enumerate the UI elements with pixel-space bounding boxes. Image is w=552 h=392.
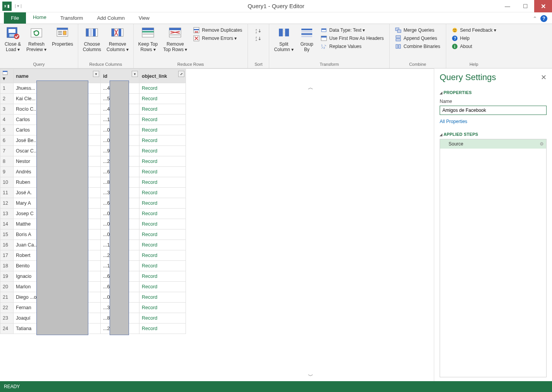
table-row[interactable]: 8Nestor...220Record xyxy=(0,156,186,167)
table-corner[interactable]: ▾ xyxy=(0,69,14,83)
cell-record-link[interactable]: Record xyxy=(139,125,186,135)
filter-icon[interactable]: ▾ xyxy=(93,71,99,77)
svg-rect-58 xyxy=(3,71,7,72)
tab-add-column[interactable]: Add Column xyxy=(90,12,132,24)
cell-record-link[interactable]: Record xyxy=(139,229,186,240)
remove-duplicates-icon xyxy=(193,27,199,33)
scroll-up-icon[interactable]: ︿ xyxy=(308,84,313,91)
cell-record-link[interactable]: Record xyxy=(139,94,186,104)
table-row[interactable]: 3Rocío C......453Record xyxy=(0,104,186,115)
append-queries-button[interactable]: Append Queries xyxy=(393,34,443,42)
gear-icon[interactable]: ⚙ xyxy=(540,141,544,147)
remove-errors-button[interactable]: Remove Errors ▾ xyxy=(191,34,244,42)
cell-record-link[interactable]: Record xyxy=(139,146,186,156)
applied-steps-header[interactable]: APPLIED STEPS xyxy=(440,132,547,137)
cell-record-link[interactable]: Record xyxy=(139,104,186,115)
table-row[interactable]: 14Matthe...085Record xyxy=(0,219,186,229)
replace-values-button[interactable]: 12 Replace Values xyxy=(318,43,386,50)
properties-header[interactable]: PROPERTIES xyxy=(440,90,547,95)
table-row[interactable]: 7Oscar C......997Record xyxy=(0,146,186,156)
cell-record-link[interactable]: Record xyxy=(139,115,186,125)
cell-record-link[interactable]: Record xyxy=(139,292,186,303)
keep-top-rows-button[interactable]: Keep Top Rows ▾ xyxy=(137,26,160,53)
close-load-button[interactable]: Close & Load ▾ xyxy=(3,26,22,53)
sort-desc-button[interactable]: ZA xyxy=(255,36,261,42)
help-button[interactable]: ? Help xyxy=(449,34,499,42)
cell-record-link[interactable]: Record xyxy=(139,188,186,198)
table-row[interactable]: 5Carlos...055Record xyxy=(0,125,186,135)
choose-columns-button[interactable]: Choose Columns xyxy=(81,26,103,53)
table-row[interactable]: 20Marlon...682Record xyxy=(0,282,186,292)
refresh-preview-button[interactable]: Refresh Preview ▾ xyxy=(25,26,48,53)
cell-record-link[interactable]: Record xyxy=(139,219,186,229)
group-by-button[interactable]: Group By xyxy=(297,26,316,53)
cell-record-link[interactable]: Record xyxy=(139,271,186,282)
maximize-button[interactable]: ☐ xyxy=(516,0,534,12)
table-row[interactable]: 12Mary A...695Record xyxy=(0,198,186,209)
filter-icon[interactable]: ▾ xyxy=(132,71,138,77)
table-row[interactable]: 11José A....311Record xyxy=(0,188,186,198)
table-row[interactable]: 24Tatiana...215Record xyxy=(0,324,186,334)
column-header-object-link[interactable]: object_link⤢ xyxy=(139,69,186,83)
table-row[interactable]: 21Diego ...osos...084Record xyxy=(0,292,186,303)
help-icon[interactable]: ? xyxy=(540,15,547,22)
sort-asc-button[interactable]: AZ xyxy=(255,28,261,34)
table-row[interactable]: 18Benito...133Record xyxy=(0,261,186,271)
tab-transform[interactable]: Transform xyxy=(53,12,90,24)
cell-record-link[interactable]: Record xyxy=(139,324,186,334)
table-row[interactable]: 23Joaquí...848Record xyxy=(0,313,186,324)
table-row[interactable]: 16Juan Ca......151Record xyxy=(0,240,186,250)
cell-record-link[interactable]: Record xyxy=(139,167,186,177)
tab-home[interactable]: Home xyxy=(26,12,53,24)
cell-record-link[interactable]: Record xyxy=(139,135,186,146)
cell-record-link[interactable]: Record xyxy=(139,303,186,313)
data-grid[interactable]: ▾ name▾ id▾ object_link⤢ 1Jhuess......48… xyxy=(0,69,186,334)
remove-top-rows-button[interactable]: Remove Top Rows ▾ xyxy=(162,26,189,53)
cell-record-link[interactable]: Record xyxy=(139,83,186,94)
cell-record-link[interactable]: Record xyxy=(139,261,186,271)
all-properties-link[interactable]: All Properties xyxy=(440,119,547,124)
svg-text:i: i xyxy=(454,45,455,49)
table-row[interactable]: 10Ruben...888Record xyxy=(0,177,186,188)
table-row[interactable]: 6José Be......097Record xyxy=(0,135,186,146)
close-panel-icon[interactable]: ✕ xyxy=(541,73,547,82)
table-row[interactable]: 9Andrés...622Record xyxy=(0,167,186,177)
vertical-scroll-indicator[interactable]: ︿ ﹀ xyxy=(308,84,314,380)
cell-record-link[interactable]: Record xyxy=(139,240,186,250)
table-row[interactable]: 4Carlos...107Record xyxy=(0,115,186,125)
table-row[interactable]: 15Boris A...068Record xyxy=(0,229,186,240)
table-row[interactable]: 22Fernan...347Record xyxy=(0,303,186,313)
quick-access-toolbar[interactable]: | ▾ | xyxy=(15,3,22,9)
combine-binaries-button[interactable]: Combine Binaries xyxy=(393,43,443,50)
data-type-button[interactable]: Data Type: Text ▾ xyxy=(318,26,386,34)
cell-record-link[interactable]: Record xyxy=(139,282,186,292)
merge-queries-button[interactable]: Merge Queries xyxy=(393,26,443,34)
cell-record-link[interactable]: Record xyxy=(139,250,186,261)
table-row[interactable]: 2Kai Cle......540Record xyxy=(0,94,186,104)
tab-view[interactable]: View xyxy=(132,12,156,24)
remove-columns-button[interactable]: Remove Columns ▾ xyxy=(105,26,130,53)
table-row[interactable]: 19Ignacio...608Record xyxy=(0,271,186,282)
applied-step[interactable]: Source ⚙ xyxy=(440,139,546,149)
remove-duplicates-button[interactable]: Remove Duplicates xyxy=(191,26,244,34)
scroll-down-icon[interactable]: ﹀ xyxy=(308,373,313,380)
split-column-button[interactable]: Split Column ▾ xyxy=(272,26,295,53)
close-button[interactable]: ✕ xyxy=(534,0,552,12)
cell-record-link[interactable]: Record xyxy=(139,177,186,188)
about-button[interactable]: i About xyxy=(449,43,499,50)
cell-record-link[interactable]: Record xyxy=(139,156,186,167)
cell-record-link[interactable]: Record xyxy=(139,313,186,324)
query-name-input[interactable] xyxy=(440,106,547,115)
minimize-button[interactable]: — xyxy=(499,0,516,12)
send-feedback-button[interactable]: Send Feedback ▾ xyxy=(449,26,499,34)
first-row-headers-button[interactable]: Use First Row As Headers xyxy=(318,34,386,42)
tab-file[interactable]: File xyxy=(4,12,26,24)
expand-icon[interactable]: ⤢ xyxy=(178,71,184,77)
collapse-ribbon-icon[interactable]: ⌃ xyxy=(533,15,537,22)
table-row[interactable]: 17Robert...221Record xyxy=(0,250,186,261)
cell-record-link[interactable]: Record xyxy=(139,198,186,209)
table-row[interactable]: 1Jhuess......489Record xyxy=(0,83,186,94)
table-row[interactable]: 13Josep C...005Record xyxy=(0,209,186,219)
cell-record-link[interactable]: Record xyxy=(139,209,186,219)
properties-button[interactable]: Properties xyxy=(50,26,75,48)
